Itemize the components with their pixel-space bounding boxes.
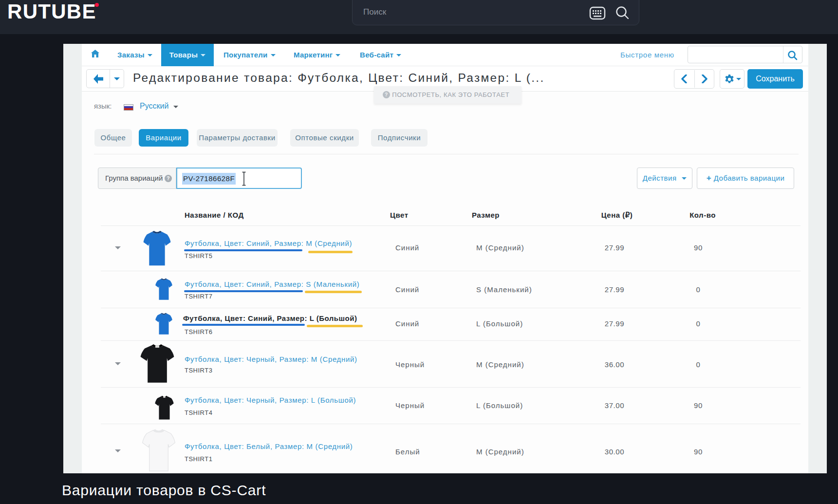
svg-text:?: ? (385, 92, 388, 97)
svg-text:?: ? (167, 176, 170, 181)
